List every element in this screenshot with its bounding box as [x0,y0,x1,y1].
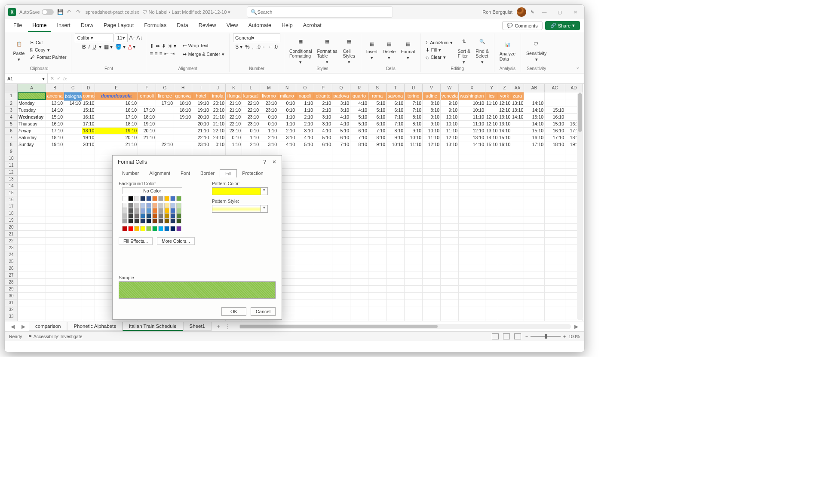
cell[interactable] [138,141,156,148]
cell[interactable] [64,265,82,272]
cell[interactable] [386,279,405,286]
cell[interactable] [524,162,545,169]
cell[interactable] [64,141,82,148]
row-header[interactable]: 18 [5,210,18,217]
cell[interactable] [485,176,498,183]
cell[interactable] [498,279,511,286]
cell[interactable] [350,176,368,183]
color-swatch[interactable] [134,226,139,231]
cell[interactable]: 16:10 [524,134,545,141]
cell[interactable] [82,231,95,238]
color-swatch[interactable] [134,218,139,223]
header-cell[interactable]: empoli [138,92,156,100]
color-swatch[interactable] [152,203,157,208]
cell[interactable] [64,231,82,238]
cell[interactable] [511,148,524,155]
cell[interactable] [511,155,524,162]
cell[interactable] [511,176,524,183]
cell[interactable] [459,306,485,313]
color-swatch[interactable] [152,208,157,213]
cell[interactable] [485,183,498,189]
dialog-close-button[interactable]: ✕ [272,159,276,165]
cell[interactable]: 23:10 [226,128,242,134]
cell[interactable]: 0:10 [260,121,278,128]
row-header[interactable]: 30 [5,293,18,299]
cell[interactable] [511,134,524,141]
color-swatch[interactable] [134,196,139,201]
cell[interactable]: 23:10 [192,141,210,148]
cell[interactable]: 12:10 [485,121,498,128]
column-header-W[interactable]: W [441,84,459,92]
menu-tab-review[interactable]: Review [194,20,221,32]
menu-tab-acrobat[interactable]: Acrobat [299,20,326,32]
cell[interactable] [46,196,64,203]
cell[interactable] [332,148,350,155]
cell[interactable] [18,169,46,176]
cell[interactable] [350,203,368,210]
cell[interactable]: 9:10 [423,114,441,121]
cell[interactable] [498,293,511,299]
cell[interactable] [524,183,545,189]
cell[interactable]: 14:10 [524,121,545,128]
cell[interactable]: 7:10 [368,128,386,134]
cell[interactable]: 6:10 [314,141,332,148]
cell[interactable]: 20:10 [192,121,210,128]
cell[interactable]: 18:10 [95,121,138,128]
cell[interactable] [18,320,46,321]
cell[interactable] [226,320,242,321]
cell[interactable] [350,210,368,217]
cell[interactable] [459,265,485,272]
cell[interactable] [64,128,82,134]
color-swatch[interactable] [128,226,133,231]
cell[interactable] [332,155,350,162]
cell[interactable]: 3:10 [278,134,296,141]
cell[interactable] [485,320,498,321]
header-cell[interactable]: roma [368,92,386,100]
cell[interactable]: 14:10 [511,114,524,121]
insert-cells-button[interactable]: ▦Insert ▾ [365,38,379,61]
cell[interactable] [46,244,64,251]
cell[interactable] [350,293,368,299]
cell[interactable] [524,189,545,196]
cell[interactable] [64,196,82,203]
cell[interactable]: 16:10 [95,100,138,107]
menu-tab-data[interactable]: Data [172,20,192,32]
row-header[interactable]: 14 [5,183,18,189]
color-swatch[interactable] [164,208,169,213]
column-header-AC[interactable]: AC [545,84,565,92]
cell[interactable] [386,272,405,279]
column-header-N[interactable]: N [278,84,296,92]
color-swatch[interactable] [134,208,139,213]
header-cell[interactable]: kursaal [242,92,260,100]
color-swatch[interactable] [140,196,145,201]
cell[interactable]: 4:10 [332,114,350,121]
add-sheet-button[interactable]: + [212,323,225,330]
cell[interactable]: 6:10 [350,128,368,134]
cell[interactable]: 3:10 [332,107,350,114]
cell[interactable] [545,251,565,258]
cell[interactable]: 12:10 [498,100,511,107]
cell[interactable] [296,286,314,293]
close-button[interactable]: ✕ [570,6,581,18]
cell[interactable] [46,258,64,265]
decrease-font-icon[interactable]: A↓ [136,35,142,41]
cell[interactable] [242,148,260,155]
cell[interactable] [441,320,459,321]
cell[interactable]: 16:10 [82,114,95,121]
cell[interactable] [423,155,441,162]
cell[interactable] [174,320,192,321]
sensitivity-button[interactable]: 🛡Sensitivity ▾ [525,37,548,63]
cell[interactable]: 23:10 [242,114,260,121]
cell[interactable] [82,272,95,279]
column-header-M[interactable]: M [260,84,278,92]
day-cell[interactable]: Friday [18,128,46,134]
cell[interactable]: 12:10 [485,114,498,121]
cell[interactable] [498,320,511,321]
cell[interactable]: 19:10 [95,128,138,134]
cell[interactable] [524,148,545,155]
cell[interactable] [332,183,350,189]
cell[interactable] [524,231,545,238]
cell[interactable] [524,293,545,299]
cell[interactable] [368,238,386,244]
minimize-button[interactable]: — [539,6,550,18]
